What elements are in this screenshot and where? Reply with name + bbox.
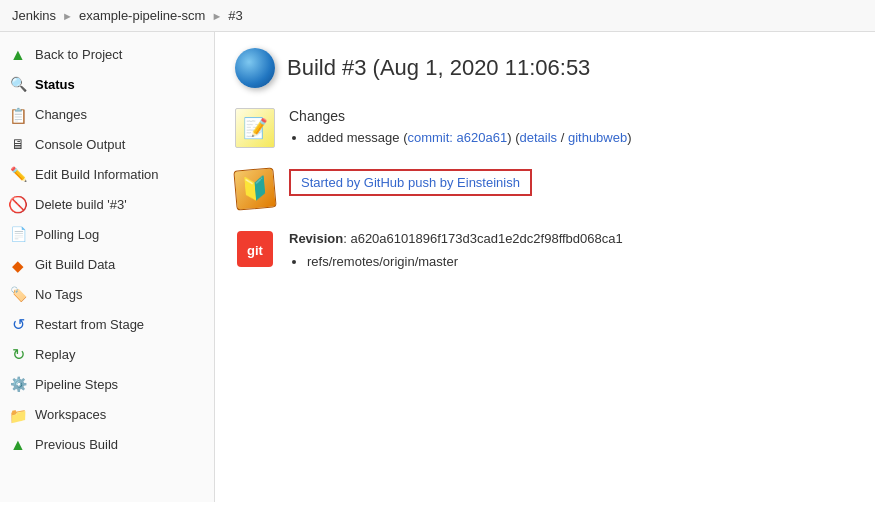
sidebar-label-polling-log: Polling Log [35,226,99,244]
sidebar-label-delete-build: Delete build '#3' [35,196,127,214]
sidebar-item-console-output[interactable]: 🖥 Console Output [0,130,214,160]
revision-section: git Revision: a620a6101896f173d3cad1e2dc… [235,229,855,273]
tag-icon: 🏷️ [8,285,28,305]
change-item: added message (commit: a620a61) (details… [307,128,855,149]
sidebar-item-previous-build[interactable]: ▲ Previous Build [0,430,214,460]
revision-ref: refs/remotes/origin/master [307,252,623,273]
arrow-up-icon: ▲ [8,45,28,65]
sidebar-item-changes[interactable]: 📋 Changes [0,100,214,130]
gear-icon: ⚙️ [8,375,28,395]
git-logo-icon: git [235,229,275,269]
change-slash: / [557,130,568,145]
build-title: Build #3 (Aug 1, 2020 11:06:53 [287,55,590,81]
sidebar-item-edit-build-info[interactable]: ✏️ Edit Build Information [0,160,214,190]
search-icon: 🔍 [8,75,28,95]
change-item-paren: ) ( [507,130,519,145]
sidebar-label-back-to-project: Back to Project [35,46,122,64]
sidebar-label-git-build-data: Git Build Data [35,256,115,274]
sidebar: ▲ Back to Project 🔍 Status 📋 Changes 🖥 C… [0,32,215,502]
sidebar-label-replay: Replay [35,346,75,364]
revision-label: Revision [289,231,343,246]
sidebar-item-restart-from-stage[interactable]: ↺ Restart from Stage [0,310,214,340]
githubweb-link[interactable]: githubweb [568,130,627,145]
layout: ▲ Back to Project 🔍 Status 📋 Changes 🖥 C… [0,32,875,502]
monitor-icon: 🖥 [8,135,28,155]
build-title-row: Build #3 (Aug 1, 2020 11:06:53 [235,48,855,88]
sidebar-item-delete-build[interactable]: 🚫 Delete build '#3' [0,190,214,220]
sidebar-item-no-tags[interactable]: 🏷️ No Tags [0,280,214,310]
sidebar-item-pipeline-steps[interactable]: ⚙️ Pipeline Steps [0,370,214,400]
changes-icon: 📝 [235,108,275,148]
sidebar-label-workspaces: Workspaces [35,406,106,424]
started-by-link[interactable]: Started by GitHub push by Einsteinish [289,169,532,196]
breadcrumb-build[interactable]: #3 [228,8,242,23]
sidebar-label-status: Status [35,76,75,94]
no-icon: 🚫 [8,195,28,215]
main-content: Build #3 (Aug 1, 2020 11:06:53 📝 Changes… [215,32,875,502]
revision-text: Revision: a620a6101896f173d3cad1e2dc2f98… [289,229,623,250]
sidebar-item-polling-log[interactable]: 📄 Polling Log [0,220,214,250]
breadcrumb: Jenkins ► example-pipeline-scm ► #3 [0,0,875,32]
sidebar-label-changes: Changes [35,106,87,124]
build-status-ball [235,48,275,88]
details-link[interactable]: details [520,130,558,145]
log-icon: 📄 [8,225,28,245]
sidebar-item-status[interactable]: 🔍 Status [0,70,214,100]
started-by-section: 🔰 Started by GitHub push by Einsteinish [235,169,855,209]
git-icon-box: git [235,229,275,269]
sidebar-label-restart-from-stage: Restart from Stage [35,316,144,334]
sidebar-label-previous-build: Previous Build [35,436,118,454]
sidebar-item-git-build-data[interactable]: ◆ Git Build Data [0,250,214,280]
cause-icon: 🔰 [233,167,276,210]
sidebar-label-console-output: Console Output [35,136,125,154]
sidebar-label-no-tags: No Tags [35,286,82,304]
breadcrumb-pipeline[interactable]: example-pipeline-scm [79,8,205,23]
started-by-content: Started by GitHub push by Einsteinish [289,169,855,196]
changes-section: 📝 Changes added message (commit: a620a61… [235,108,855,149]
commit-link[interactable]: commit: a620a61 [407,130,507,145]
sidebar-item-workspaces[interactable]: 📁 Workspaces [0,400,214,430]
breadcrumb-sep-1: ► [62,10,73,22]
breadcrumb-sep-2: ► [211,10,222,22]
sidebar-label-edit-build-info: Edit Build Information [35,166,159,184]
restart-icon: ↺ [8,315,28,335]
sidebar-item-back-to-project[interactable]: ▲ Back to Project [0,40,214,70]
changes-heading: Changes [289,108,855,124]
breadcrumb-jenkins[interactable]: Jenkins [12,8,56,23]
changes-content: Changes added message (commit: a620a61) … [289,108,855,149]
pencil-icon: ✏️ [8,165,28,185]
folder-icon: 📁 [8,405,28,425]
git-diamond-icon: ◆ [8,255,28,275]
notepad-icon: 📋 [8,105,28,125]
sidebar-label-pipeline-steps: Pipeline Steps [35,376,118,394]
revision-content: Revision: a620a6101896f173d3cad1e2dc2f98… [289,229,623,273]
sidebar-item-replay[interactable]: ↻ Replay [0,340,214,370]
change-paren-close: ) [627,130,631,145]
change-item-text: added message [307,130,400,145]
prev-arrow-icon: ▲ [8,435,28,455]
svg-text:git: git [247,243,264,258]
revision-hash: a620a6101896f173d3cad1e2dc2f98ffbd068ca1 [350,231,622,246]
replay-icon: ↻ [8,345,28,365]
